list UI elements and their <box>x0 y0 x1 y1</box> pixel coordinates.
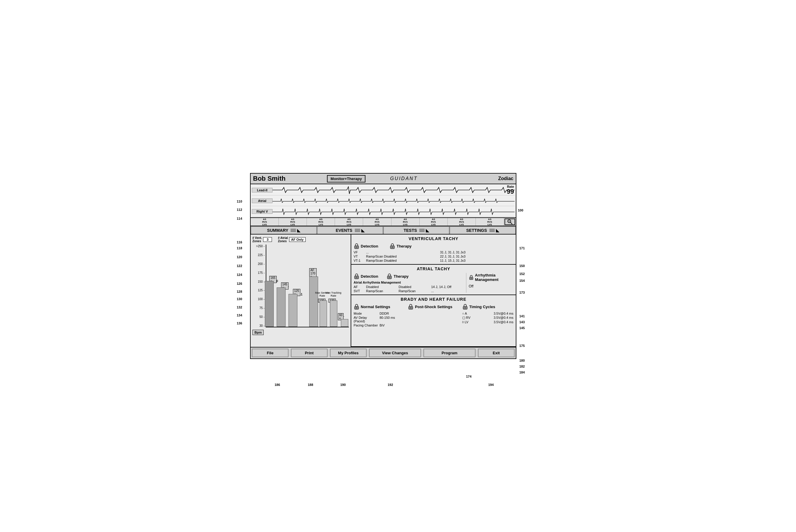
ecg-atrial-row: Atrial <box>252 195 515 206</box>
atrial-zones-label: # AtrialZones <box>278 236 288 243</box>
ref-124: 124 <box>237 273 242 277</box>
atrial-label: Atrial <box>252 198 273 203</box>
atrial-detection-lock-icon <box>354 273 359 280</box>
vt-detection-val: Ramp/Scan Disabled <box>366 254 440 258</box>
tab-settings[interactable]: SETTINGS ◣ <box>449 226 516 234</box>
post-shock-lock-icon <box>408 303 414 310</box>
ref-112: 112 <box>237 208 242 211</box>
ref-110: 110 <box>237 200 242 203</box>
tab-summary-icon: ◣ <box>297 228 300 233</box>
atrial-arrhythmia-label: Atrial Arrhythmia Management <box>354 281 463 284</box>
y-150: 150 - <box>258 280 264 283</box>
av-delay-label: AV Delay (Paced) <box>354 316 379 323</box>
ref-100: 100 <box>518 208 523 212</box>
timing-lv-label: ◊ LV <box>462 320 468 324</box>
left-panel: # Vent.Zones 3 # AtrialZones AF Only >25… <box>251 234 351 347</box>
footer-row: File Print My Profiles View Changes Prog… <box>251 347 516 358</box>
tab-tests[interactable]: TESTS ◣ <box>383 226 449 234</box>
annotation-row: ASRVSLVS ASRVSLVS ASRVSLVS ASRVSLVS ASRV… <box>251 218 516 226</box>
ecg-area: Lead-II Atrial Right V <box>251 184 516 218</box>
vent-zones-control: # Vent.Zones 3 <box>253 236 272 243</box>
post-shock-item[interactable]: Post-Shock Settings <box>408 303 459 310</box>
program-button[interactable]: Program <box>423 349 476 357</box>
timing-lock-icon <box>462 303 468 310</box>
vt-therapy-val: 22 J, 31 J, 31 Jx3 <box>440 254 513 258</box>
tab-tests-label: TESTS <box>404 228 417 233</box>
ref-152: 152 <box>519 272 525 276</box>
normal-settings-item[interactable]: Normal Settings <box>354 303 405 310</box>
ref-134: 134 <box>237 314 242 317</box>
pacing-chamber-label: Pacing Chamber <box>354 324 379 327</box>
header-row: Bob Smith Monitor+Therapy GUIDANT Zodiac <box>251 174 516 184</box>
mode-label: Mode <box>354 312 379 315</box>
detection-lock-icon <box>354 243 359 249</box>
rate-value: 99 <box>507 188 514 195</box>
timing-lv-row: ◊ LV 3.5V@0.4 ms <box>462 320 513 324</box>
timing-a-row: ○ A 3.5V@0.4 ms <box>462 312 513 315</box>
vent-detection-item[interactable]: Detection <box>354 243 378 249</box>
y-125: 125 - <box>258 289 264 292</box>
vent-tachy-title: VENTRICULAR TACHY <box>354 236 513 241</box>
vent-therapy-item[interactable]: Therapy <box>389 243 412 249</box>
vf-therapy-val: 31 J, 31 J, 31 Jx3 <box>440 250 513 254</box>
timing-rv-value: 3.5V@0.4 ms <box>494 316 513 320</box>
timing-a-label: ○ A <box>462 312 467 315</box>
af-col2: Disabled <box>399 285 430 289</box>
vent-therapy-label: Therapy <box>396 244 412 248</box>
annot-cell-6: ASRVSLVS <box>391 218 420 226</box>
atrial-zones-value[interactable]: AF Only <box>289 237 306 242</box>
y-30: 30 - <box>260 324 264 327</box>
bpm-button[interactable]: Bpm <box>253 330 264 335</box>
ref-120: 120 <box>237 255 242 259</box>
exit-button[interactable]: Exit <box>478 349 515 357</box>
tab-settings-label: SETTINGS <box>466 228 487 233</box>
svg-point-14 <box>356 307 357 308</box>
ref-122: 122 <box>237 264 242 268</box>
ref-116: 116 <box>237 241 242 244</box>
print-button[interactable]: Print <box>291 349 328 357</box>
my-profiles-button[interactable]: My Profiles <box>330 349 367 357</box>
ref-118: 118 <box>237 246 242 250</box>
svg-point-4 <box>356 247 357 248</box>
svg-line-1 <box>511 222 512 224</box>
tab-summary[interactable]: SUMMARY ◣ <box>251 226 317 234</box>
vent-zones-value[interactable]: 3 <box>263 237 272 242</box>
atrial-dt-row: Detection Therapy <box>354 273 463 280</box>
vent-dt-row: Detection Therapy <box>354 243 513 249</box>
nav-tabs: SUMMARY ◣ EVENTS ◣ TESTS ◣ SETTINGS ◣ <box>251 226 516 234</box>
y-50: 50 - <box>260 315 264 319</box>
post-shock-label: Post-Shock Settings <box>415 305 452 309</box>
monitor-therapy-button[interactable]: Monitor+Therapy <box>327 175 366 183</box>
device-name: Zodiac <box>442 176 513 181</box>
file-button[interactable]: File <box>252 349 289 357</box>
y-axis: >250 - 225 - 200 - 175 - 150 - 125 - 100… <box>253 245 266 327</box>
svg-point-12 <box>471 278 472 279</box>
ref-175: 175 <box>519 344 525 347</box>
arrhythmia-mgmt-item[interactable]: Arrhythmia Management <box>469 273 513 282</box>
annot-cell-2: ASRVSLVS <box>279 218 307 226</box>
brady-title: BRADY AND HEART FAILURE <box>354 297 513 302</box>
y-175: 175 - <box>258 271 264 274</box>
atrial-therapy-label: Therapy <box>393 274 409 279</box>
normal-settings-lock-icon <box>354 303 359 310</box>
view-changes-button[interactable]: View Changes <box>369 349 421 357</box>
ref-184: 184 <box>519 370 525 374</box>
key-button[interactable] <box>504 218 515 225</box>
ref-154: 154 <box>519 279 525 282</box>
timing-cycles-label: Timing Cycles <box>469 305 495 309</box>
vf-zone-label: VF <box>354 250 366 254</box>
brand-logo: GUIDANT <box>368 176 440 181</box>
ref-128: 128 <box>237 290 242 293</box>
atrial-tachy-section: ATRIAL TACHY Detection <box>351 265 516 295</box>
vt-bar <box>277 287 285 327</box>
atrial-detection-item[interactable]: Detection <box>354 273 378 280</box>
tab-events-icon: ◣ <box>361 228 365 233</box>
ecg-lead-ii-row: Lead-II <box>252 185 515 195</box>
ref-182: 182 <box>519 365 525 368</box>
timing-cycles-item[interactable]: Timing Cycles <box>462 303 513 310</box>
max-sensor-bar <box>319 301 327 327</box>
atrial-therapy-item[interactable]: Therapy <box>387 273 409 280</box>
vt1-bar <box>289 294 297 327</box>
tab-events[interactable]: EVENTS ◣ <box>317 226 383 234</box>
max-tracking-bar <box>330 301 337 327</box>
